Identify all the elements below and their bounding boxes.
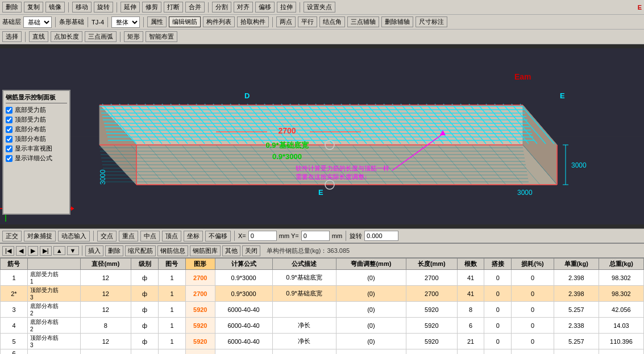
- btn-split[interactable]: 分割: [212, 2, 231, 13]
- table-cell[interactable]: 1: [158, 286, 185, 302]
- table-cell[interactable]: [185, 349, 215, 355]
- table-cell[interactable]: 6000-40-40: [215, 334, 272, 349]
- table-cell[interactable]: 底部分布筋 2: [27, 302, 80, 318]
- btn-no-offset[interactable]: 不偏移: [205, 231, 231, 241]
- btn-mirror[interactable]: 镜像: [45, 2, 65, 13]
- table-cell[interactable]: 5920: [185, 302, 215, 318]
- btn-select[interactable]: 选择: [2, 31, 22, 42]
- nav-first[interactable]: |◀: [2, 246, 14, 256]
- table-cell[interactable]: 98.302: [599, 286, 643, 302]
- btn-del-aux[interactable]: 删除辅轴: [381, 16, 413, 27]
- table-row[interactable]: 4底部分布筋 28ф159206000-40-40净长(0)59206002.3…: [1, 318, 644, 334]
- table-cell[interactable]: 3: [1, 302, 28, 318]
- table-cell[interactable]: [406, 349, 457, 355]
- btn-align[interactable]: 对齐: [234, 2, 253, 13]
- table-cell[interactable]: [158, 349, 185, 355]
- table-cell[interactable]: 6000-40-40: [215, 302, 272, 318]
- table-cell[interactable]: ф: [131, 270, 159, 286]
- cb-detail-formula[interactable]: [6, 155, 13, 162]
- cb-top-dist[interactable]: [6, 136, 13, 143]
- table-cell[interactable]: 1: [1, 270, 28, 286]
- table-cell[interactable]: (0): [336, 318, 406, 334]
- nav-up[interactable]: ▲: [53, 246, 65, 255]
- btn-arc[interactable]: 三点画弧: [85, 31, 117, 42]
- table-cell[interactable]: 0.9*3000: [215, 270, 272, 286]
- table-cell[interactable]: (0): [336, 334, 406, 349]
- nav-next[interactable]: ▶: [28, 246, 38, 256]
- btn-parallel[interactable]: 平行: [298, 16, 317, 27]
- table-cell[interactable]: ф: [131, 286, 159, 302]
- table-row[interactable]: 3底部分布筋 212ф159206000-40-40(0)59208005.25…: [1, 302, 644, 318]
- cb-top-force[interactable]: [6, 116, 13, 123]
- btn-three-point-aux[interactable]: 三点辅轴: [347, 16, 379, 27]
- btn-extend[interactable]: 延伸: [121, 2, 140, 13]
- table-cell[interactable]: [272, 349, 336, 355]
- table-area[interactable]: 筋号 直径(mm) 级别 图号 图形 计算公式 公式描述 弯曲调整(mm) 长度…: [0, 258, 644, 354]
- btn-line[interactable]: 直线: [29, 31, 48, 42]
- table-cell[interactable]: 6: [1, 349, 28, 355]
- btn-corner[interactable]: 结点角: [319, 16, 345, 27]
- table-cell[interactable]: 2700: [406, 270, 457, 286]
- table-cell[interactable]: 5920: [185, 334, 215, 349]
- table-cell[interactable]: 0: [512, 334, 554, 349]
- table-row[interactable]: 6: [1, 349, 644, 355]
- table-cell[interactable]: [27, 349, 80, 355]
- btn-offset[interactable]: 偏移: [255, 2, 275, 13]
- table-cell[interactable]: [336, 349, 406, 355]
- btn-dynamic-input[interactable]: 动态输入: [58, 231, 90, 241]
- table-cell[interactable]: 0: [512, 270, 554, 286]
- table-cell[interactable]: 42.056: [599, 302, 643, 318]
- table-cell[interactable]: 0: [512, 318, 554, 334]
- btn-center[interactable]: 中点: [140, 231, 160, 241]
- table-cell[interactable]: 12: [80, 302, 131, 318]
- btn-insert[interactable]: 插入: [85, 245, 103, 256]
- table-cell[interactable]: 1: [158, 318, 185, 334]
- table-cell[interactable]: 0: [484, 286, 512, 302]
- btn-vertex[interactable]: 顶点: [162, 231, 181, 241]
- table-cell[interactable]: 2.398: [554, 270, 599, 286]
- table-cell[interactable]: 110.396: [599, 334, 643, 349]
- table-cell[interactable]: 5920: [406, 302, 457, 318]
- table-cell[interactable]: 12: [80, 334, 131, 349]
- btn-midpoint[interactable]: 重点: [119, 231, 138, 241]
- btn-rebar-info[interactable]: 钢筋信息: [157, 245, 188, 256]
- btn-close[interactable]: 关闭: [242, 245, 260, 256]
- table-cell[interactable]: 41: [457, 270, 484, 286]
- table-cell[interactable]: 2700: [185, 270, 215, 286]
- table-cell[interactable]: 5920: [185, 318, 215, 334]
- y-input[interactable]: [301, 231, 330, 241]
- cb-rich-view[interactable]: [6, 145, 13, 152]
- table-cell[interactable]: 0: [512, 302, 554, 318]
- table-cell[interactable]: 净长: [272, 318, 336, 334]
- table-cell[interactable]: (0): [336, 270, 406, 286]
- nav-down[interactable]: ▼: [67, 246, 79, 255]
- btn-edit-rebar[interactable]: 编辑钢筋: [169, 16, 201, 27]
- table-cell[interactable]: [215, 349, 272, 355]
- canvas-container[interactable]: D E E 2700 0.9*基础底宽 0.9*3000 3000 3000: [0, 44, 644, 228]
- table-cell[interactable]: 8: [457, 302, 484, 318]
- table-cell[interactable]: 21: [457, 334, 484, 349]
- btn-rect[interactable]: 矩形: [124, 31, 143, 42]
- table-cell[interactable]: ф: [131, 318, 159, 334]
- table-cell[interactable]: 2.338: [554, 318, 599, 334]
- table-cell[interactable]: 0.9*基础底宽: [272, 270, 336, 286]
- table-cell[interactable]: ф: [131, 302, 159, 318]
- table-cell[interactable]: 1: [158, 334, 185, 349]
- table-cell[interactable]: 5920: [406, 318, 457, 334]
- btn-other[interactable]: 其他: [222, 245, 240, 256]
- table-cell[interactable]: (0): [336, 302, 406, 318]
- table-cell[interactable]: 顶部分布筋 3: [27, 334, 80, 349]
- table-cell[interactable]: 1: [158, 302, 185, 318]
- x-input[interactable]: [248, 231, 277, 241]
- table-cell[interactable]: 0: [512, 286, 554, 302]
- table-cell[interactable]: 5: [1, 334, 28, 349]
- table-cell[interactable]: [554, 349, 599, 355]
- btn-snap[interactable]: 对象捕捉: [24, 231, 56, 241]
- table-cell[interactable]: 底部分布筋 2: [27, 318, 80, 334]
- cb-bottom-force[interactable]: [6, 107, 13, 114]
- btn-smart-layout[interactable]: 智能布置: [146, 31, 177, 42]
- table-cell[interactable]: 12: [80, 270, 131, 286]
- table-cell[interactable]: 6: [457, 318, 484, 334]
- table-cell[interactable]: 0.9*3000: [215, 286, 272, 302]
- table-cell[interactable]: 5.257: [554, 302, 599, 318]
